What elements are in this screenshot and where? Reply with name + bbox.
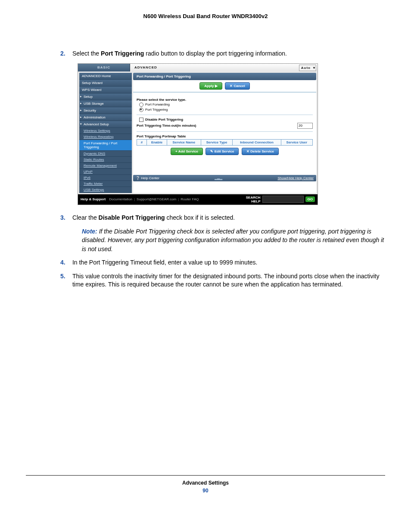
help-icon: ❔ xyxy=(136,176,141,180)
step-4: 4. In the Port Triggering Timeout field,… xyxy=(60,258,385,267)
footer-page-number: 90 xyxy=(0,488,411,494)
cancel-button[interactable]: Cancel xyxy=(225,82,249,90)
th-service-user: Service User xyxy=(281,139,312,145)
radio-port-triggering-label: Port Triggering xyxy=(145,108,168,112)
th-num: # xyxy=(137,139,147,145)
support-email-link[interactable]: Support@NETGEAR.com xyxy=(137,197,176,201)
radio-port-forwarding[interactable]: Port Forwarding xyxy=(139,103,313,107)
search-input[interactable] xyxy=(262,196,304,203)
timeout-input[interactable] xyxy=(297,123,313,129)
step-3-num: 3. xyxy=(60,214,71,222)
sidebar-item-dynamic-dns[interactable]: Dynamic DNS xyxy=(79,151,132,157)
sidebar-wps-wizard[interactable]: WPS Wizard xyxy=(79,87,132,93)
tab-basic[interactable]: BASIC xyxy=(78,64,130,72)
th-service-name: Service Name xyxy=(167,139,201,145)
step-2: 2. Select the Port Triggering radio butt… xyxy=(60,50,385,58)
footer-title: Advanced Settings xyxy=(0,480,411,486)
tab-advanced[interactable]: ADVANCED Auto xyxy=(130,64,318,72)
tab-advanced-label: ADVANCED xyxy=(134,65,157,69)
step-4-text: In the Port Triggering Timeout field, en… xyxy=(72,258,383,267)
sidebar-advanced-home[interactable]: ADVANCED Home xyxy=(79,73,132,80)
delete-service-button[interactable]: Delete Service xyxy=(242,148,279,155)
search-help-label: SEARCHHELP xyxy=(246,196,261,203)
sidebar-administration[interactable]: Administration xyxy=(79,114,132,121)
step-3: 3. Clear the Disable Port Triggering che… xyxy=(60,214,385,222)
radio-port-forwarding-label: Port Forwarding xyxy=(145,103,170,106)
th-enable: Enable xyxy=(147,139,167,145)
router-faq-link[interactable]: Router FAQ xyxy=(181,197,199,201)
step-4-num: 4. xyxy=(60,258,71,267)
go-button[interactable]: GO xyxy=(305,196,315,202)
step-2-pre: Select the xyxy=(72,50,101,57)
drag-handle-icon[interactable]: ▂▃▂ xyxy=(159,176,277,180)
sidebar-item-usb-settings[interactable]: USB Settings xyxy=(79,187,132,193)
sidebar-setup-wizard[interactable]: Setup Wizard xyxy=(79,80,132,87)
doc-title: N600 Wireless Dual Band Router WNDR3400v… xyxy=(26,13,385,19)
sidebar-item-wireless-repeating[interactable]: Wireless Repeating xyxy=(79,134,132,140)
sidebar-item-traffic-meter[interactable]: Traffic Meter xyxy=(79,181,132,187)
step-5-num: 5. xyxy=(60,272,71,281)
checkbox-icon xyxy=(139,118,143,122)
portmap-table-title: Port Triggering Portmap Table xyxy=(137,134,313,138)
checkbox-disable-port-triggering[interactable]: Disable Port Triggering xyxy=(139,118,313,122)
radio-port-triggering[interactable]: Port Triggering xyxy=(139,108,313,112)
sidebar-usb-storage[interactable]: USB Storage xyxy=(79,100,132,107)
step-2-num: 2. xyxy=(60,50,71,58)
step-3-bold: Disable Port Triggering xyxy=(99,214,165,221)
sidebar-item-remote-management[interactable]: Remote Management xyxy=(79,163,132,169)
th-service-type: Service Type xyxy=(201,139,233,145)
add-service-button[interactable]: Add Service xyxy=(171,148,203,155)
th-inbound-connection: Inbound Connection xyxy=(233,139,281,145)
note-text: If the Disable Port Triggering check box… xyxy=(82,228,384,252)
help-support-label: Help & Support xyxy=(81,197,106,201)
sidebar-item-static-routes[interactable]: Static Routes xyxy=(79,157,132,163)
sidebar-item-ipv6[interactable]: IPv6 xyxy=(79,175,132,181)
sidebar-item-wireless-settings[interactable]: Wireless Settings xyxy=(79,128,132,134)
step-3-post: check box if it is selected. xyxy=(165,214,235,221)
content-title: Port Forwarding / Port Triggering xyxy=(133,73,316,80)
step-2-post: radio button to display the port trigger… xyxy=(144,50,287,57)
edit-service-button[interactable]: Edit Service xyxy=(206,148,239,155)
select-service-type-label: Please select the service type. xyxy=(137,98,313,102)
show-hide-help-center-link[interactable]: Show/Hide Help Center xyxy=(277,176,314,180)
sidebar-item-port-forwarding[interactable]: Port Forwarding / Port Triggering xyxy=(79,140,132,151)
step-3-pre: Clear the xyxy=(72,214,99,221)
radio-icon xyxy=(139,108,143,112)
sidebar-security[interactable]: Security xyxy=(79,107,132,114)
sidebar-advanced-setup[interactable]: Advanced Setup xyxy=(79,121,132,128)
step-5-text: This value controls the inactivity timer… xyxy=(72,272,383,289)
portmap-table: # Enable Service Name Service Type Inbou… xyxy=(137,139,313,146)
note-label: Note: xyxy=(82,228,97,235)
timeout-label: Port Triggering Time-out(in minutes) xyxy=(137,124,297,128)
sidebar-item-upnp[interactable]: UPnP xyxy=(79,169,132,175)
step-5: 5. This value controls the inactivity ti… xyxy=(60,272,385,289)
disable-port-triggering-label: Disable Port Triggering xyxy=(145,118,183,121)
sidebar-setup[interactable]: Setup xyxy=(79,93,132,100)
auto-select[interactable]: Auto xyxy=(299,65,316,71)
apply-button[interactable]: Apply ▶ xyxy=(199,82,222,90)
documentation-link[interactable]: Documentation xyxy=(109,197,132,201)
step-2-bold: Port Triggering xyxy=(101,50,144,57)
router-screenshot: BASIC ADVANCED Auto ADVANCED Home Setup … xyxy=(78,63,318,205)
radio-icon xyxy=(139,103,143,107)
help-center-label: ❔ Help Center xyxy=(136,176,159,180)
note-block: Note: If the Disable Port Triggering che… xyxy=(82,227,385,253)
